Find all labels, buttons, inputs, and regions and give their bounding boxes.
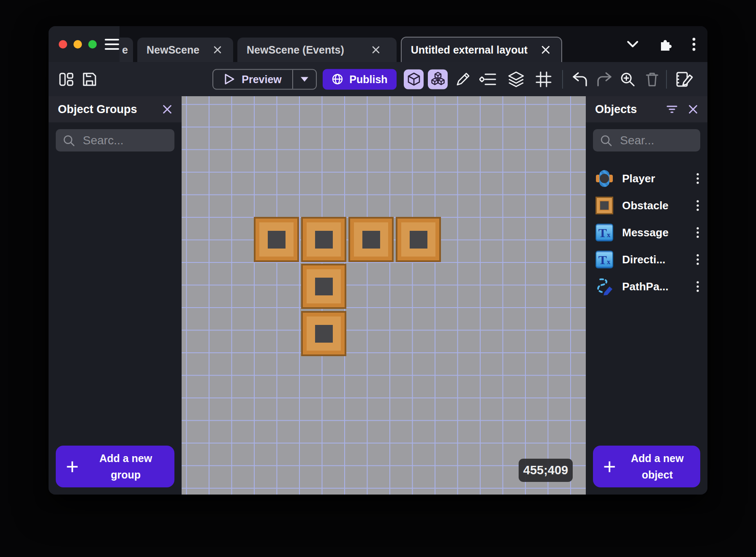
search-icon: [600, 134, 612, 147]
search-icon: [63, 134, 75, 147]
object-name: Message: [622, 226, 696, 239]
instances-list-icon[interactable]: [479, 72, 497, 87]
obstacle-instance[interactable]: [254, 217, 299, 262]
zoom-window-button[interactable]: [88, 40, 97, 49]
object-menu-icon[interactable]: [696, 281, 699, 292]
delete-trash-icon[interactable]: [644, 71, 660, 87]
obstacle-instance[interactable]: [301, 264, 346, 309]
preview-options-dropdown[interactable]: [292, 70, 316, 89]
preview-label: Preview: [242, 73, 282, 85]
tab-clipped[interactable]: e: [120, 38, 133, 62]
filter-icon[interactable]: [666, 105, 678, 114]
tab-untitled-external-layout[interactable]: Untitled external layout: [401, 37, 562, 62]
caret-down-icon: [301, 77, 308, 81]
text-icon: Tx: [595, 223, 614, 242]
add-object-button[interactable]: + Add a newobject: [593, 446, 700, 487]
tab-label: NewScene: [147, 44, 199, 56]
tab-newscene-events[interactable]: NewScene (Events): [237, 38, 397, 62]
objects-search: [593, 129, 700, 151]
undo-icon[interactable]: [571, 72, 588, 87]
plus-icon: +: [603, 456, 616, 478]
object-groups-header: Object Groups: [49, 96, 182, 122]
tab-label: e: [122, 44, 128, 56]
object-name: Directi...: [622, 253, 696, 266]
obstacle-icon: [595, 196, 614, 215]
extensions-puzzle-icon[interactable]: [658, 37, 673, 51]
redo-icon[interactable]: [596, 72, 613, 87]
layers-icon[interactable]: [507, 70, 525, 89]
main-menu-icon[interactable]: [105, 39, 119, 50]
close-window-button[interactable]: [59, 40, 67, 49]
home-dashboard-icon[interactable]: [59, 72, 74, 87]
window-controls: [49, 26, 120, 62]
publish-button[interactable]: Publish: [323, 69, 397, 89]
object-row[interactable]: PathPa...: [586, 273, 707, 300]
toolbar-separator: [666, 70, 667, 89]
object-name: Obstacle: [622, 199, 696, 212]
add-group-label-line1: Add a new: [99, 452, 152, 464]
close-panel-icon[interactable]: [162, 104, 172, 114]
edit-pencil-icon[interactable]: [455, 71, 471, 87]
add-object-label-line2: object: [642, 469, 673, 481]
object-menu-icon[interactable]: [696, 173, 699, 184]
tab-strip: e NewScene NewScene (Events) Untitled ex…: [120, 26, 707, 62]
object-menu-icon[interactable]: [696, 254, 699, 265]
search-input[interactable]: [620, 134, 693, 147]
close-tab-icon[interactable]: [211, 43, 224, 56]
obstacle-instance[interactable]: [348, 217, 394, 262]
search-input[interactable]: [83, 134, 168, 147]
toggle-instances-view-button[interactable]: [428, 69, 448, 89]
object-name: PathPa...: [622, 280, 696, 293]
object-groups-search: [56, 129, 174, 151]
toolbar-separator: [562, 70, 563, 89]
object-list: PlayerObstacleTxMessageTxDirecti...PathP…: [586, 165, 707, 300]
publish-label: Publish: [349, 73, 387, 85]
text-icon: Tx: [595, 250, 614, 269]
title-bar: e NewScene NewScene (Events) Untitled ex…: [49, 26, 707, 62]
tab-newscene[interactable]: NewScene: [137, 38, 233, 62]
object-groups-panel: Object Groups + Add a newgroup: [49, 96, 182, 495]
object-row[interactable]: Obstacle: [586, 192, 707, 219]
preview-button-main[interactable]: Preview: [213, 70, 292, 89]
obstacle-instance[interactable]: [301, 311, 346, 356]
close-tab-icon[interactable]: [539, 43, 552, 56]
object-row[interactable]: Player: [586, 165, 707, 192]
object-name: Player: [622, 172, 696, 185]
scene-canvas[interactable]: 455;409: [182, 96, 586, 495]
obstacle-instance[interactable]: [396, 217, 441, 262]
object-menu-icon[interactable]: [696, 227, 699, 238]
chevron-down-icon[interactable]: [626, 40, 639, 49]
object-row[interactable]: TxMessage: [586, 219, 707, 246]
cube-icon: [407, 72, 421, 87]
add-group-label-line2: group: [111, 469, 141, 481]
zoom-in-icon[interactable]: [620, 71, 636, 87]
play-icon: [224, 73, 235, 85]
app-window: e NewScene NewScene (Events) Untitled ex…: [49, 26, 707, 495]
preview-button[interactable]: Preview: [212, 69, 317, 89]
object-menu-icon[interactable]: [696, 200, 699, 211]
editor-toolbar: Preview Publish: [49, 62, 707, 96]
object-row[interactable]: TxDirecti...: [586, 246, 707, 273]
objects-panel: Objects PlayerObstacleTxMessageTxDirecti…: [586, 96, 707, 495]
globe-icon: [332, 73, 343, 85]
close-tab-icon[interactable]: [370, 43, 382, 56]
objects-header: Objects: [586, 96, 707, 122]
more-options-icon[interactable]: [692, 38, 696, 51]
path-icon: [595, 277, 614, 296]
cursor-coordinates-badge: 455;409: [519, 459, 573, 482]
edit-scene-icon[interactable]: [675, 71, 694, 88]
save-icon[interactable]: [82, 71, 98, 87]
plus-icon: +: [66, 456, 79, 478]
add-object-label-line1: Add a new: [631, 452, 684, 464]
obstacle-instance[interactable]: [301, 217, 346, 262]
close-panel-icon[interactable]: [688, 104, 698, 114]
toggle-3d-view-button[interactable]: [404, 69, 424, 89]
tab-label: Untitled external layout: [411, 44, 528, 56]
add-group-button[interactable]: + Add a newgroup: [56, 446, 174, 487]
minimize-window-button[interactable]: [73, 40, 82, 49]
panel-title: Object Groups: [58, 103, 152, 116]
panel-title: Objects: [595, 103, 656, 116]
cubes-stack-icon: [430, 72, 446, 87]
grid-icon[interactable]: [535, 71, 552, 88]
tab-label: NewScene (Events): [247, 44, 344, 56]
